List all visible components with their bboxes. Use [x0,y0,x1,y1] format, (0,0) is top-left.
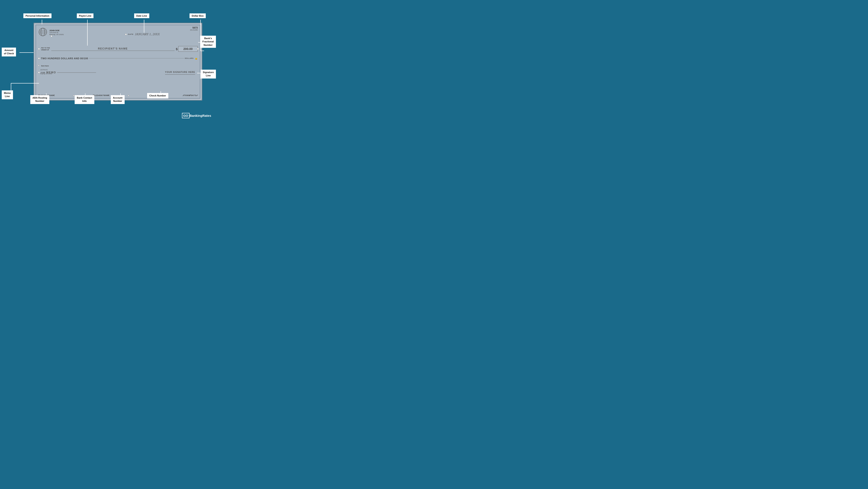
memo-dot [38,72,40,73]
amount-of-check-label: Amountof Check [2,47,16,57]
for-label: FOR [41,72,45,73]
personal-info-dot [51,35,52,37]
bank-contact-info-label: Bank ContactInfo [75,95,94,104]
globe-icon [38,27,48,38]
memo-text: MEMO [46,71,56,74]
date-area: DATE JANUARY 1, 20XX [125,32,160,36]
dollar-box-dot [197,48,199,50]
written-amount-area: TWO HUNDRED DOLLARS AND 00/100 DOLLARS 🔒 [38,57,198,60]
logo: GO BankingRates [182,113,211,118]
signature-line-label: SignatureLine [200,70,216,78]
check-num-micr: ⑇789O⑈5673⑇ [183,95,198,97]
signature-text: YOUR SIGNATURE HERE [165,71,195,73]
written-amount-dot [38,58,40,59]
check-number-label: Check Number [147,93,168,98]
personal-information-label: Personal Information [23,13,52,18]
account-number-label: AccountNumber [111,95,125,104]
dollar-box-label: Dollar Box [189,13,206,18]
pay-to-area: PAY TO THEORDER OF RECIPIENT'S NAME $ 20… [38,46,198,52]
check-number: 5673 19-2/1250 [190,26,198,31]
dollars-label: DOLLARS [185,58,194,59]
date-line-label: Date Line [134,13,149,18]
check-container: 5673 19-2/1250 JOHN DOE 123 First St [34,23,202,101]
aba-routing-number-label: ABA RoutingNumber [30,95,49,104]
lock-icon: 🔒 [195,57,198,60]
payee-line-label: Payee Line [77,13,93,18]
payee-dot [38,48,40,50]
logo-banking-rates: BankingRates [189,114,211,118]
dollar-box: 200.00 [178,46,198,52]
check: 5673 19-2/1250 JOHN DOE 123 First St [34,23,202,101]
dollar-sign: $ [176,47,178,51]
dollar-box-area: $ 200.00 [176,46,198,52]
bank-contact-micr: ⑆123456789O⑆ [93,95,109,97]
written-amount: TWO HUNDRED DOLLARS AND 00/100 [41,57,88,60]
logo-go: GO [182,113,189,118]
page-background: 5673 19-2/1250 JOHN DOE 123 First St [0,0,218,122]
banks-fractional-number-label: Bank'sFractionalNumber [200,36,216,48]
bank-contact-dot [73,95,74,96]
signature-area: YOUR SIGNATURE HERE [165,70,195,75]
date-label: DATE [128,33,133,35]
personal-info-text: JOHN DOE 123 First St. AnyCity, US 10101 [49,29,64,35]
recipient-name: RECIPIENT'S NAME [51,47,175,51]
pay-to-label: PAY TO THEORDER OF [41,47,50,51]
bank-info-dot [38,65,39,66]
date-value: JANUARY 1, 20XX [135,32,160,36]
date-dot [125,34,127,35]
memo-line-label: MemoLine [2,90,13,99]
account-dot [128,95,129,96]
memo-area: FOR MEMO [38,71,96,74]
